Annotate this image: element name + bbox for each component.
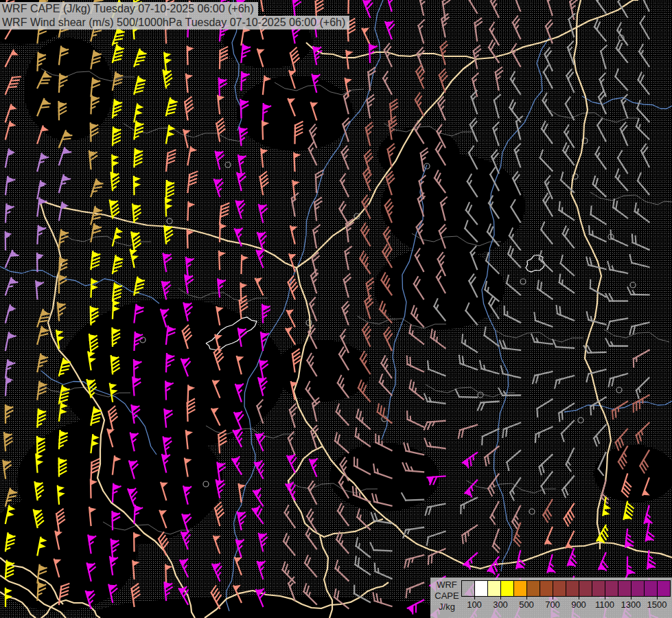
wind-barb [625,529,634,548]
wind-barb [437,97,452,119]
wind-barb [504,275,525,295]
wind-barb [504,450,525,470]
wind-barb [640,144,656,167]
wind-barb [336,503,354,525]
wind-barb [286,325,301,343]
wind-barb [113,283,121,301]
wind-barb [645,506,656,525]
wind-barb [593,0,612,13]
wind-barb [165,198,173,216]
wind-barb [606,339,628,346]
city-marker [630,282,636,288]
wind-barb [536,251,557,271]
wind-barb [163,253,174,271]
wind-barb [630,350,653,367]
wind-barb [634,423,654,443]
wind-barb [59,275,67,293]
map-layers-svg [0,0,672,618]
legend-swatch [462,581,475,596]
wind-barb [597,91,612,113]
wind-barb [353,538,374,557]
wind-barb [5,232,12,250]
wind-barb [513,144,527,167]
wind-barb [292,0,302,15]
wind-barb [262,304,270,322]
wind-barb [5,149,16,168]
wind-barb [5,378,14,396]
wind-barb [492,122,506,145]
wind-barb [113,28,125,47]
wind-barb [91,179,104,198]
wind-barb [404,583,426,597]
legend-swatch [579,581,592,596]
legend-label-variable: CAPE [433,591,461,602]
wind-barb [424,504,447,515]
wind-barb [489,0,505,17]
wind-barb [166,126,176,144]
wind-barb [113,45,124,64]
wind-barb [424,421,445,430]
wind-barb [91,207,102,226]
wind-barb [495,67,506,90]
legend-swatch [632,581,645,596]
wind-barb [543,48,559,71]
wind-barb [340,146,356,169]
wind-barb [489,502,505,525]
city-marker [529,509,535,514]
wind-barb [565,69,580,92]
wind-barb [253,487,269,506]
wind-barb [636,73,655,94]
wind-barb [218,95,227,113]
wind-barb [584,345,606,353]
city-marker [167,218,172,224]
wind-barb [218,278,227,297]
legend-swatch [475,581,488,596]
wind-barb [592,425,612,446]
wind-barb [261,148,270,167]
wind-barb [91,123,98,141]
wind-barb [370,542,392,551]
wind-barb [606,262,629,273]
title-cape: WRF CAPE (J/kg) Tuesday 07-10-2025 06:00… [0,2,258,16]
wind-barb [255,459,269,479]
legend-swatch [501,581,514,596]
wind-barb [36,280,45,299]
wind-barb [465,480,482,498]
legend-swatch [514,581,527,596]
wind-barb [113,228,124,247]
river-path [582,96,672,108]
wind-barb [556,202,578,220]
wind-barb [164,52,173,71]
wind-barb [474,19,485,41]
wind-barb [556,404,578,422]
terrain-detail-path [604,330,669,342]
wind-barb [38,310,50,329]
city-marker [478,392,483,398]
wind-barb [220,203,229,225]
wind-barb [257,248,270,267]
wind-barb [367,95,378,117]
wind-barb [110,199,119,218]
wind-barb [637,45,655,67]
wind-barb [5,360,15,378]
city-marker [616,387,622,393]
wind-barb [134,176,141,194]
wind-barb [239,483,248,502]
wind-barb [312,225,323,248]
wind-barb [181,529,194,549]
city-marker [225,162,231,168]
wind-barb [488,23,505,45]
wind-barb [590,176,611,196]
wind-barb [491,529,505,552]
wind-barb [466,0,483,13]
wind-barb [3,459,12,478]
wind-barb [186,73,195,92]
wind-barb [542,65,558,88]
wind-barb [558,172,579,192]
legend-swatch [553,581,566,596]
legend-tick-label: 500 [519,599,534,610]
wind-barb [5,278,18,297]
wind-barb [592,19,612,41]
wind-barb [259,532,270,551]
wind-barb [638,16,656,39]
